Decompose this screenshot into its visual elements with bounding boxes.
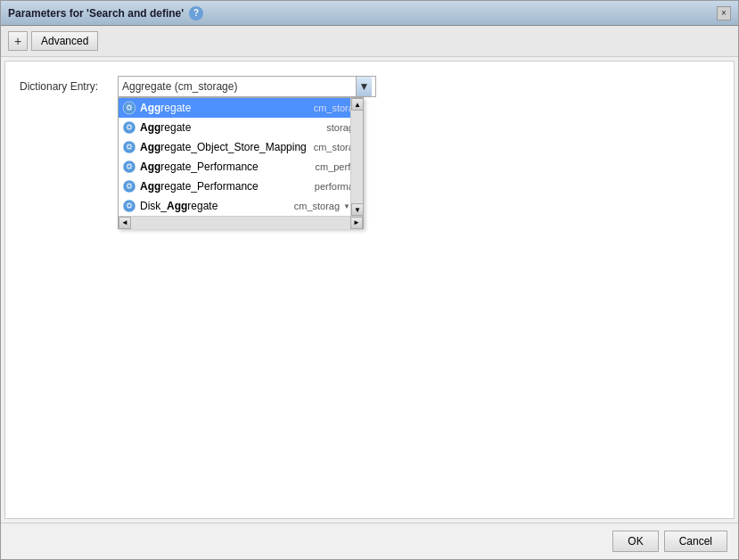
title-bar: Parameters for 'Search and define' ? × xyxy=(1,1,738,26)
main-window: Parameters for 'Search and define' ? × +… xyxy=(0,0,739,560)
dropdown-list: Aggregate cm_storag Aggregate storage xyxy=(118,97,364,229)
gear-icon xyxy=(122,179,136,194)
gear-icon xyxy=(122,160,136,174)
gear-icon xyxy=(122,120,136,135)
title-bar-left: Parameters for 'Search and define' ? xyxy=(8,6,203,21)
bottom-bar: OK Cancel xyxy=(1,523,738,559)
svg-point-9 xyxy=(128,185,131,187)
scroll-down-button[interactable]: ▼ xyxy=(351,203,364,216)
advanced-button[interactable]: Advanced xyxy=(31,31,98,51)
toolbar: + Advanced xyxy=(1,26,738,57)
dropdown-item[interactable]: Aggregate storage xyxy=(119,118,363,137)
item-name: Disk_Aggregate xyxy=(140,200,291,212)
svg-point-5 xyxy=(128,145,131,148)
ok-button[interactable]: OK xyxy=(612,531,658,552)
horizontal-scrollbar: ◄ ► xyxy=(119,216,363,228)
vertical-scroll-track[interactable] xyxy=(351,111,363,203)
svg-point-1 xyxy=(128,106,131,109)
item-name: Aggregate xyxy=(140,121,323,134)
dropdown-arrow-icon[interactable]: ▼ xyxy=(356,77,372,96)
scroll-up-button[interactable]: ▲ xyxy=(351,98,364,111)
scroll-right-button[interactable]: ► xyxy=(350,217,363,229)
dictionary-dropdown[interactable]: Aggregate (cm_storage) ▼ xyxy=(118,76,376,97)
dropdown-item[interactable]: Disk_Aggregate cm_storag ▼ xyxy=(119,196,363,216)
dropdown-item[interactable]: Aggregate cm_storag xyxy=(119,98,363,118)
svg-point-11 xyxy=(128,204,131,207)
item-name: Aggregate xyxy=(140,102,310,114)
gear-icon xyxy=(122,199,136,213)
dictionary-dropdown-container: Aggregate (cm_storage) ▼ xyxy=(118,76,376,97)
dictionary-label: Dictionary Entry: xyxy=(20,80,109,93)
item-name: Aggregate_Performance xyxy=(140,180,311,193)
dictionary-entry-row: Dictionary Entry: Aggregate (cm_storage)… xyxy=(20,76,719,97)
help-icon[interactable]: ? xyxy=(189,6,203,21)
gear-icon xyxy=(122,101,136,115)
gear-icon xyxy=(122,140,136,154)
window-title: Parameters for 'Search and define' xyxy=(8,7,184,20)
svg-point-7 xyxy=(128,165,131,168)
dropdown-item[interactable]: Aggregate_Performance cm_perfor xyxy=(119,157,363,177)
add-button[interactable]: + xyxy=(8,31,28,51)
item-category: cm_storag xyxy=(294,201,340,211)
vertical-scrollbar: ▲ ▼ xyxy=(350,98,363,216)
dropdown-item[interactable]: Aggregate_Performance performan xyxy=(119,177,363,196)
svg-point-3 xyxy=(128,126,131,128)
horizontal-scroll-track[interactable] xyxy=(131,217,350,229)
dropdown-item[interactable]: Aggregate_Object_Store_Mapping cm_storag xyxy=(119,137,363,157)
scroll-left-button[interactable]: ◄ xyxy=(119,217,131,229)
main-content: Dictionary Entry: Aggregate (cm_storage)… xyxy=(4,61,735,519)
scroll-down-indicator: ▼ xyxy=(343,202,350,210)
cancel-button[interactable]: Cancel xyxy=(664,531,727,552)
item-name: Aggregate_Performance xyxy=(140,161,311,173)
item-name: Aggregate_Object_Store_Mapping xyxy=(140,141,310,153)
close-button[interactable]: × xyxy=(717,6,731,21)
